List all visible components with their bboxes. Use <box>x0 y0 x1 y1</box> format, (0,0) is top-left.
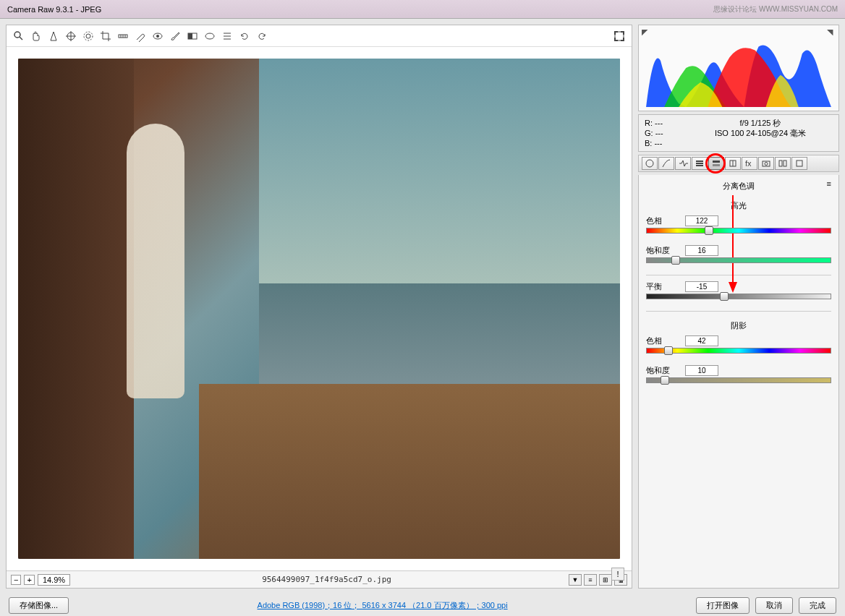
hand-icon[interactable] <box>30 30 43 43</box>
svg-line-1 <box>20 37 22 40</box>
svg-rect-32 <box>779 161 782 166</box>
exif-line1: f/9 1/125 秒 <box>688 118 833 128</box>
panel-tabs: fx <box>638 155 839 172</box>
workflow-link[interactable]: Adobe RGB (1998)；16 位； 5616 x 3744 （21.0… <box>75 600 690 611</box>
list-icon[interactable] <box>221 30 234 43</box>
tab-basic[interactable] <box>642 157 658 170</box>
s-sat-slider[interactable] <box>646 377 831 388</box>
bottom-bar: − + 14.9% 9564499097_1f4f9a5cd7_o.jpg ▼ … <box>7 570 632 588</box>
s-hue-slider[interactable] <box>646 348 831 358</box>
s-hue-label: 色相 <box>646 335 681 346</box>
svg-rect-26 <box>713 164 720 166</box>
histogram: ◤ ◥ <box>638 25 839 111</box>
brush-icon[interactable] <box>169 30 182 43</box>
tab-fx[interactable]: fx <box>742 157 757 170</box>
warning-icon[interactable]: ! <box>611 568 624 581</box>
balance-slider[interactable] <box>646 294 831 304</box>
colorsample-icon[interactable] <box>64 30 77 43</box>
grid-icon[interactable]: ⊞ <box>599 574 612 586</box>
target-icon[interactable] <box>82 30 95 43</box>
s-sat-value[interactable] <box>685 365 718 376</box>
h-hue-value[interactable] <box>685 215 718 226</box>
svg-point-21 <box>646 160 653 167</box>
zoom-plus-icon[interactable]: + <box>24 575 34 585</box>
svg-point-5 <box>86 34 90 38</box>
save-button[interactable]: 存储图像... <box>9 597 69 614</box>
svg-rect-24 <box>696 165 703 166</box>
right-pane: ◤ ◥ R: --- G: --- B: --- f/9 1/125 秒 ISO… <box>638 25 839 589</box>
svg-rect-22 <box>696 161 703 162</box>
filter-icon[interactable]: ▼ <box>569 574 582 586</box>
r-value: R: --- <box>645 118 688 128</box>
footer: 存储图像... Adobe RGB (1998)；16 位； 5616 x 37… <box>0 594 845 616</box>
g-value: G: --- <box>645 128 688 138</box>
svg-rect-25 <box>713 161 720 163</box>
svg-rect-14 <box>188 33 192 39</box>
svg-point-31 <box>765 163 768 166</box>
h-hue-slider[interactable] <box>646 228 831 238</box>
gradient-icon[interactable] <box>186 30 199 43</box>
panel-menu-icon[interactable]: ≡ <box>827 179 831 188</box>
left-pane: ! − + 14.9% 9564499097_1f4f9a5cd7_o.jpg … <box>6 25 632 589</box>
b-value: B: --- <box>645 138 688 148</box>
open-button[interactable]: 打开图像 <box>696 597 750 614</box>
shadow-clip-icon[interactable]: ◤ <box>642 27 650 36</box>
svg-rect-19 <box>615 32 624 40</box>
exif-line2: ISO 100 24-105@24 毫米 <box>688 128 833 138</box>
tab-presets[interactable] <box>775 157 791 170</box>
fullscreen-icon[interactable] <box>613 30 626 43</box>
svg-rect-33 <box>784 161 786 166</box>
rgb-info: R: --- G: --- B: --- f/9 1/125 秒 ISO 100… <box>638 114 839 152</box>
h-sat-label: 饱和度 <box>646 245 681 256</box>
redeye-icon[interactable] <box>151 30 164 43</box>
tab-camera[interactable] <box>758 157 774 170</box>
balance-value[interactable] <box>685 281 718 292</box>
svg-point-12 <box>156 35 159 38</box>
app-title: Camera Raw 9.3.1 - JPEG <box>7 5 101 14</box>
watermark: 思缘设计论坛 WWW.MISSYUAN.COM <box>713 4 838 14</box>
done-button[interactable]: 完成 <box>799 597 836 614</box>
tab-curve[interactable] <box>658 157 674 170</box>
straighten-icon[interactable] <box>116 30 129 43</box>
whitebalance-icon[interactable] <box>47 30 60 43</box>
tab-split-toning[interactable] <box>708 157 724 170</box>
titlebar: Camera Raw 9.3.1 - JPEG 思缘设计论坛 WWW.MISSY… <box>0 0 845 19</box>
panel-content: 分离色调 ≡ 高光 色相 饱和度 平衡 阴影 <box>638 175 839 589</box>
tab-snapshots[interactable] <box>791 157 807 170</box>
h-hue-label: 色相 <box>646 215 681 226</box>
h-sat-slider[interactable] <box>646 257 831 268</box>
cancel-button[interactable]: 取消 <box>755 597 793 614</box>
rotate-ccw-icon[interactable] <box>238 30 251 43</box>
balance-label: 平衡 <box>646 281 681 292</box>
zoom-icon[interactable] <box>12 30 25 43</box>
tab-lens[interactable] <box>725 157 741 170</box>
main-container: ! − + 14.9% 9564499097_1f4f9a5cd7_o.jpg … <box>0 19 845 594</box>
s-hue-value[interactable] <box>685 335 718 346</box>
panel-title: 分离色调 <box>723 181 755 190</box>
svg-rect-34 <box>797 161 802 166</box>
shadows-label: 阴影 <box>646 317 831 334</box>
spot-icon[interactable] <box>134 30 147 43</box>
svg-rect-23 <box>696 163 703 164</box>
zoom-minus-icon[interactable]: − <box>11 575 21 585</box>
rotate-cw-icon[interactable] <box>255 30 268 43</box>
highlights-label: 高光 <box>646 197 831 214</box>
svg-point-15 <box>205 33 214 39</box>
highlight-clip-icon[interactable]: ◥ <box>827 27 836 36</box>
svg-text:fx: fx <box>745 159 752 168</box>
toolbar <box>7 25 632 47</box>
svg-point-0 <box>14 32 20 38</box>
svg-point-6 <box>84 32 93 40</box>
zoom-level[interactable]: 14.9% <box>38 574 70 586</box>
tab-detail[interactable] <box>675 157 691 170</box>
s-sat-label: 饱和度 <box>646 365 681 376</box>
tab-hsl[interactable] <box>692 157 708 170</box>
filename: 9564499097_1f4f9a5cd7_o.jpg <box>88 575 566 584</box>
rating-icon[interactable]: ≡ <box>584 574 597 586</box>
h-sat-value[interactable] <box>685 245 718 256</box>
radial-icon[interactable] <box>203 30 216 43</box>
image-preview[interactable] <box>18 59 620 559</box>
crop-icon[interactable] <box>99 30 112 43</box>
